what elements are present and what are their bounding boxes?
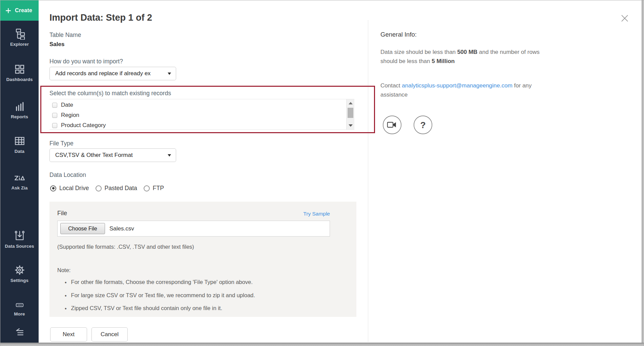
sidebar-item-settings[interactable]: Settings [0,264,39,283]
table-name-label: Table Name [49,32,81,39]
choose-file-button[interactable]: Choose File [60,223,105,234]
data-table-icon [14,135,25,147]
video-camera-icon [382,115,402,135]
selected-file-name: Sales.csv [109,225,134,232]
data-size-note: Data size should be less than 500 MB and… [380,47,570,66]
file-type-selected-value: CSV,TSV & Other Text Format [55,152,165,159]
column-option-label: Product Category [61,122,106,129]
note-item: For large size CSV or TSV or Text file, … [65,292,255,299]
file-upload-panel: File Try Sample Choose File Sales.csv (S… [49,202,356,317]
radio-local-drive[interactable] [50,185,56,191]
match-columns-listbox: Date Region Product Category [49,99,354,130]
help-actions: ? [382,115,433,135]
general-info-heading: General Info: [380,31,417,38]
contact-line2: assistance [380,90,570,99]
radio-option-ftp[interactable]: FTP [144,185,164,192]
import-mode-dropdown[interactable]: Add records and replace if already ex [49,67,176,80]
listbox-scrollbar[interactable] [346,99,354,129]
size-note-line1: Data size should be less than 500 MB and… [380,47,570,57]
column-option-region[interactable]: Region [49,110,346,120]
create-button[interactable]: Create [0,0,39,21]
checkbox-date[interactable] [52,103,57,108]
file-input[interactable]: Choose File Sales.csv [57,221,330,237]
sidebar-item-label: Data Sources [0,244,39,249]
data-sources-icon [14,230,25,242]
sidebar-item-label: Data [0,149,39,154]
close-button[interactable] [619,13,631,25]
chevron-down-icon [168,73,171,75]
radio-label: FTP [153,185,164,192]
sidebar-item-data[interactable]: Data [0,135,39,154]
sidebar-item-ask-zia[interactable]: Ask Zia [0,172,39,190]
create-button-label: Create [15,7,32,14]
checkbox-product-category[interactable] [52,123,57,128]
contact-note: Contact analyticsplus-support@manageengi… [380,81,570,99]
match-columns-label: Select the column(s) to match existing r… [49,90,171,97]
sidebar-item-more[interactable]: More [0,301,39,317]
note-item: Zipped CSV, TSV or Text file should cont… [65,305,255,312]
file-label: File [57,210,67,217]
column-option-date[interactable]: Date [49,100,346,110]
video-tutorial-button[interactable] [382,115,402,135]
sidebar-item-label: Settings [0,278,39,283]
size-note-line2: should be less than 5 Million [380,57,570,66]
settings-gear-icon [14,264,25,276]
explorer-icon [14,28,25,40]
note-label: Note: [57,267,70,273]
scroll-down-icon[interactable] [349,124,353,127]
import-mode-label: How do you want to import? [49,58,123,65]
sidebar-item-dashboards[interactable]: Dashboards [0,63,39,82]
ask-zia-icon [14,172,26,183]
sidebar: Create Explorer Dashboards [0,0,39,343]
window-edge-bottom [0,343,644,346]
checkbox-region[interactable] [52,113,57,118]
import-mode-selected-value: Add records and replace if already ex [55,70,165,77]
dashboards-icon [14,63,25,75]
more-ellipsis-icon [14,301,25,309]
file-type-dropdown[interactable]: CSV,TSV & Other Text Format [49,148,176,162]
file-type-label: File Type [49,140,74,147]
data-location-options: Local Drive Pasted Data FTP [50,185,170,192]
sidebar-item-explorer[interactable]: Explorer [0,28,39,47]
window-edge-right [642,0,644,346]
table-name-value: Sales [49,41,64,48]
column-option-label: Date [61,102,73,108]
sidebar-collapse-button[interactable] [0,327,39,337]
help-button[interactable]: ? [413,115,433,135]
next-button[interactable]: Next [50,327,87,342]
data-location-label: Data Location [49,171,86,179]
app-window: Create Explorer Dashboards [0,0,644,346]
question-mark-icon: ? [413,115,433,135]
scrollbar-thumb[interactable] [348,108,353,118]
radio-pasted-data[interactable] [96,185,102,191]
sidebar-item-reports[interactable]: Reports [0,101,39,119]
panel-divider [368,20,368,342]
radio-option-local-drive[interactable]: Local Drive [50,185,89,192]
sidebar-item-label: Dashboards [0,77,39,82]
cancel-button[interactable]: Cancel [91,327,128,342]
sidebar-item-label: More [0,311,39,317]
chevron-down-icon [168,154,171,157]
collapse-arrow-icon [14,327,25,337]
radio-option-pasted-data[interactable]: Pasted Data [96,185,137,192]
column-option-product-category[interactable]: Product Category [49,120,346,130]
supported-formats-text: (Supported file formats: .CSV, .TSV and … [57,244,194,250]
contact-line1: Contact analyticsplus-support@manageengi… [380,81,570,90]
close-icon [619,13,630,24]
sidebar-item-label: Ask Zia [0,185,39,190]
try-sample-link[interactable]: Try Sample [303,211,330,217]
support-email-link[interactable]: analyticsplus-support@manageengine.com [402,82,512,89]
sidebar-item-data-sources[interactable]: Data Sources [0,230,39,249]
radio-label: Local Drive [59,185,89,192]
sidebar-item-label: Reports [0,114,39,119]
note-item: For other file formats, Choose the corre… [65,279,255,286]
radio-ftp[interactable] [144,185,150,191]
note-list: For other file formats, Choose the corre… [65,279,255,318]
plus-icon [5,7,12,14]
svg-text:?: ? [420,120,425,130]
radio-label: Pasted Data [105,185,137,192]
scroll-up-icon[interactable] [349,102,353,104]
reports-icon [14,101,25,112]
sidebar-item-label: Explorer [0,42,39,47]
dialog-title: Import Data: Step 1 of 2 [49,13,152,23]
